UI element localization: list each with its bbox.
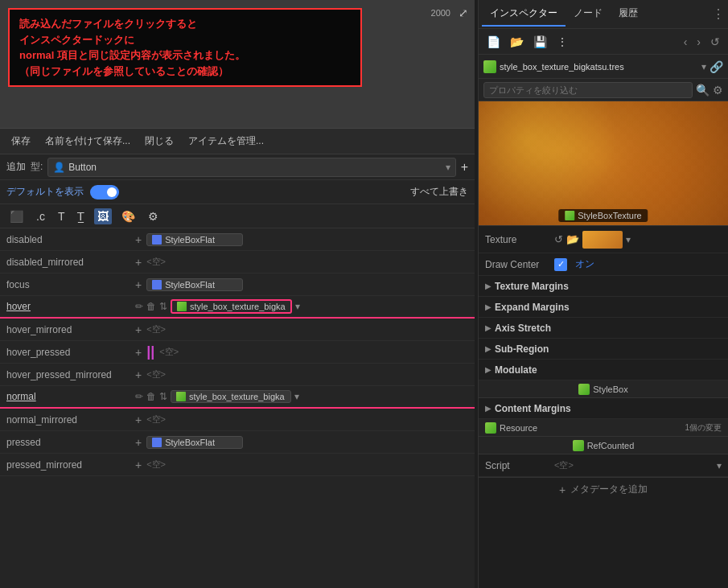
prop-add-disabled-mirrored[interactable]: + — [135, 256, 142, 269]
prop-add-focus[interactable]: + — [135, 278, 142, 291]
new-file-button[interactable]: 📄 — [483, 34, 504, 50]
settings-icon[interactable]: ⚙ — [145, 208, 162, 224]
nav-back-button[interactable]: ‹ — [681, 34, 691, 50]
hover-dropdown[interactable]: ▾ — [295, 301, 300, 312]
prop-chip-hover[interactable]: style_box_texture_bigka — [171, 299, 292, 314]
save-file-button[interactable]: 💾 — [530, 34, 550, 50]
toggle-switch[interactable] — [90, 185, 119, 199]
refcounted-text: RefCounted — [587, 441, 635, 450]
stylebox-icon — [152, 280, 162, 290]
edit-icon-normal[interactable]: ✏ — [135, 391, 143, 402]
prop-chip-pressed[interactable]: StyleBoxFlat — [146, 436, 243, 449]
convert-icon-normal[interactable]: ⇅ — [159, 391, 167, 402]
texture-dropdown-button[interactable]: ▾ — [626, 234, 631, 245]
edit-icon[interactable]: ✏ — [135, 301, 143, 312]
image-icon[interactable]: 🖼 — [94, 208, 112, 224]
prop-value-hover-pressed-mirrored: <空> — [146, 368, 468, 380]
control-bar: デフォルトを表示 すべて上書き — [0, 180, 475, 204]
section-modulate[interactable]: ▶ Modulate — [479, 360, 728, 380]
canvas-ruler-label: 2000 — [431, 8, 450, 18]
texture-swatch[interactable] — [582, 231, 623, 249]
prop-actions-normal: ✏ 🗑 ⇅ — [135, 391, 167, 402]
prop-row-disabled-mirrored: disabled_mirrored + <空> — [0, 251, 475, 273]
section-texture-margins[interactable]: ▶ Texture Margins — [479, 276, 728, 297]
normal-dropdown[interactable]: ▾ — [294, 391, 299, 402]
font-icon[interactable]: T — [55, 208, 68, 224]
color-icon[interactable]: ⬛ — [6, 208, 27, 224]
prop-value-hover: style_box_texture_bigka ▾ — [171, 299, 468, 314]
prop-name-hover: hover — [6, 301, 135, 312]
section-sub-region[interactable]: ▶ Sub-Region — [479, 339, 728, 360]
section-axis-stretch[interactable]: ▶ Axis Stretch — [479, 318, 728, 339]
inspector-menu-icon[interactable]: ⋮ — [712, 6, 725, 22]
script-icon[interactable]: .c — [33, 208, 48, 224]
texture-load-button[interactable]: 📂 — [566, 233, 579, 245]
tab-inspector[interactable]: インスペクター — [482, 2, 566, 27]
prop-empty-disabled-mirrored: <空> — [146, 256, 166, 268]
delete-icon[interactable]: 🗑 — [146, 301, 156, 312]
refcounted-divider: RefCounted — [479, 437, 728, 454]
delete-icon-normal[interactable]: 🗑 — [146, 391, 156, 402]
overwrite-button[interactable]: すべて上書き — [410, 185, 468, 199]
resource-link-icon[interactable]: 🔗 — [709, 60, 723, 73]
chevron-down-icon: ▾ — [446, 162, 450, 173]
prop-add-pressed-mirrored[interactable]: + — [135, 458, 142, 471]
default-label[interactable]: デフォルトを表示 — [6, 185, 84, 199]
prop-value-disabled-mirrored: <空> — [146, 256, 468, 268]
prop-row-hover: hover ✏ 🗑 ⇅ style_box_texture_bigka ▾ ← — [0, 296, 475, 319]
button-icon: 👤 — [53, 162, 65, 173]
expand-icon[interactable]: ⤢ — [459, 6, 468, 19]
icon-bar: ⬛ .c T T̲ 🖼 🎨 ⚙ — [0, 204, 475, 228]
save-as-button[interactable]: 名前を付けて保存... — [40, 133, 135, 150]
annotation-line4: （同じファイルを参照していることの確認） — [19, 64, 351, 80]
prop-add-hover-pressed-mirrored[interactable]: + — [135, 368, 142, 381]
save-button[interactable]: 保存 — [6, 133, 35, 150]
font2-icon[interactable]: T̲ — [74, 208, 88, 224]
close-button[interactable]: 閉じる — [140, 133, 179, 150]
resource-file-icon — [483, 60, 496, 73]
prop-add-disabled[interactable]: + — [135, 233, 142, 246]
annotation-box: 読み込んだファイルをクリックすると インスペクタードックに normal 項目と… — [8, 8, 362, 87]
search-input[interactable] — [483, 82, 693, 98]
nav-forward-button[interactable]: › — [693, 34, 704, 50]
prop-add-normal-mirrored[interactable]: + — [135, 413, 142, 426]
prop-name-hover-pressed-mirrored: hover_pressed_mirrored — [6, 369, 135, 380]
prop-row-normal-mirrored: normal_mirrored + <空> — [0, 409, 475, 431]
prop-chip-normal[interactable]: style_box_texture_bigka — [171, 390, 291, 403]
script-label: Script — [485, 460, 549, 471]
nav-refresh-button[interactable]: ↺ — [707, 34, 723, 50]
type-label: 型: — [31, 160, 43, 174]
add-metadata-button[interactable]: + — [559, 483, 566, 496]
open-folder-button[interactable]: 📂 — [507, 34, 527, 50]
section-expand-margins[interactable]: ▶ Expand Margins — [479, 297, 728, 318]
script-dropdown[interactable]: ▾ — [717, 460, 722, 471]
prop-chip-focus[interactable]: StyleBoxFlat — [146, 278, 243, 291]
texture-icon-normal — [176, 392, 186, 401]
prop-value-disabled: StyleBoxFlat — [146, 233, 468, 246]
prop-chip-disabled[interactable]: StyleBoxFlat — [146, 233, 243, 246]
tab-history[interactable]: 履歴 — [611, 2, 646, 27]
prop-add-hover-mirrored[interactable]: + — [135, 323, 142, 336]
prop-value-hover-mirrored: <空> — [146, 323, 468, 335]
convert-icon[interactable]: ⇅ — [159, 301, 167, 312]
prop-row-hover-pressed: hover_pressed + || <空> — [0, 341, 475, 364]
draw-center-checkbox[interactable] — [554, 258, 567, 271]
filter-icon[interactable]: ⚙ — [713, 84, 723, 97]
add-item-button[interactable]: + — [461, 160, 468, 175]
texture-reset-button[interactable]: ↺ — [554, 233, 563, 245]
resource-dropdown-arrow[interactable]: ▾ — [701, 61, 706, 72]
resource-name: style_box_texture_bigkatsu.tres — [500, 62, 698, 72]
more-options-button[interactable]: ⋮ — [553, 34, 571, 50]
prop-add-hover-pressed[interactable]: + — [135, 346, 142, 359]
stylebox-icon-pressed — [152, 438, 162, 447]
chevron-right-icon-mod: ▶ — [485, 365, 492, 374]
search-icon[interactable]: 🔍 — [696, 84, 709, 97]
type-dropdown[interactable]: 👤 Button ▾ — [47, 158, 455, 177]
prop-value-normal: style_box_texture_bigka ▾ — [171, 390, 468, 403]
palette-icon[interactable]: 🎨 — [118, 208, 138, 224]
tab-node[interactable]: ノード — [566, 2, 611, 27]
stylebox-divider-text: StyleBox — [593, 384, 627, 394]
prop-add-pressed[interactable]: + — [135, 436, 142, 449]
manage-button[interactable]: アイテムを管理... — [183, 133, 269, 150]
section-content-margins[interactable]: ▶ Content Margins — [479, 398, 728, 419]
